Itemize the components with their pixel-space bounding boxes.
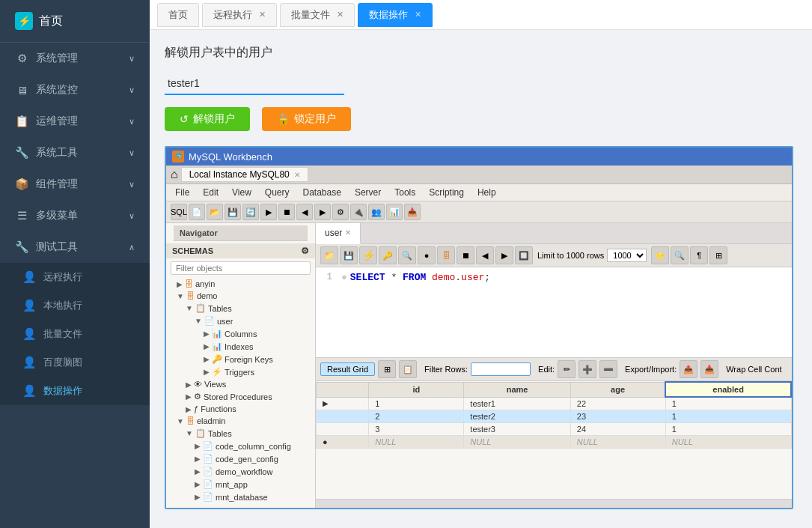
wb-run2-btn[interactable]: 🔑 — [379, 246, 397, 264]
sidebar-item-remote-exec[interactable]: 👤 远程执行 — [0, 263, 150, 291]
wb-scrollbar[interactable] — [316, 499, 792, 508]
wb-table-mnt-db[interactable]: ▶ 📄 mnt_database — [166, 491, 315, 503]
sidebar-item-local-exec[interactable]: 👤 本地执行 — [0, 291, 150, 320]
wb-db2-btn[interactable]: 🗄 — [437, 246, 455, 264]
tab-batch-close[interactable]: ✕ — [337, 10, 344, 19]
sidebar-item-sys-tools[interactable]: 🔧 系统工具 ∨ — [0, 137, 150, 169]
wb-export-btn1[interactable]: 📤 — [680, 360, 697, 378]
wb-filter-rows-input[interactable] — [471, 362, 531, 376]
wb-tool-monitor[interactable]: 📊 — [386, 204, 403, 220]
wb-stop-btn[interactable]: ⏹ — [457, 246, 474, 264]
wb-form-view-btn[interactable]: 📋 — [399, 360, 417, 378]
wb-bookmark-btn[interactable]: 🔲 — [515, 246, 533, 264]
wb-tool-save[interactable]: 💾 — [225, 204, 241, 220]
lock-button[interactable]: 🔒 锁定用户 — [262, 107, 351, 131]
tab-home[interactable]: 首页 — [157, 3, 199, 27]
table-row[interactable]: ▶ 1 tester1 22 1 — [317, 397, 792, 410]
wb-func-folder[interactable]: ▶ ƒ Functions — [166, 403, 315, 415]
wb-tables-folder[interactable]: ▼ 📋 Tables — [166, 302, 315, 315]
wb-col-name[interactable]: name — [464, 382, 571, 397]
wb-db-eladmin[interactable]: ▼ 🗄 eladmin — [166, 415, 315, 427]
sidebar-item-comp-mgmt[interactable]: 📦 组件管理 ∨ — [0, 169, 150, 200]
wb-result-grid-btn[interactable]: Result Grid — [320, 362, 375, 376]
wb-query-tab-close[interactable]: ✕ — [345, 228, 351, 237]
sidebar-item-sys-mgmt[interactable]: ⚙ 系统管理 ∨ — [0, 43, 150, 74]
wb-tool-users[interactable]: 👥 — [368, 204, 385, 220]
wb-db-demo[interactable]: ▼ 🗄 demo — [166, 290, 315, 302]
wb-menu-server[interactable]: Server — [349, 186, 387, 199]
wb-tool-schema[interactable]: 🔌 — [350, 204, 367, 220]
sidebar-item-batch-file[interactable]: 👤 批量文件 — [0, 320, 150, 348]
wb-edit-btn1[interactable]: ✏ — [558, 360, 576, 378]
tab-data-ops[interactable]: 数据操作 ✕ — [358, 3, 433, 27]
wb-columns-folder[interactable]: ▶ 📊 Columns — [166, 327, 315, 340]
wb-new-btn[interactable]: 📁 — [320, 246, 338, 264]
wb-menu-tools[interactable]: Tools — [388, 186, 421, 199]
wb-menu-query[interactable]: Query — [259, 186, 296, 199]
wb-conn-close[interactable]: ✕ — [294, 171, 300, 179]
wb-table-demo-wf[interactable]: ▶ 📄 demo_workflow — [166, 465, 315, 478]
wb-table-user[interactable]: ▼ 📄 user — [166, 315, 315, 327]
wb-limit-select[interactable]: 1000 500 200 — [607, 249, 647, 262]
wb-tool-open[interactable]: 📂 — [207, 204, 223, 220]
wb-indexes-folder[interactable]: ▶ 📊 Indexes — [166, 340, 315, 353]
wb-menu-database[interactable]: Database — [297, 186, 347, 199]
wb-col-age[interactable]: age — [570, 382, 665, 397]
wb-triggers-folder[interactable]: ▶ ⚡ Triggers — [166, 365, 315, 378]
wb-tool-prev[interactable]: ◀ — [296, 204, 313, 220]
wb-edit-btn2[interactable]: ➕ — [579, 360, 596, 378]
sidebar-item-ops-mgmt[interactable]: 📋 运维管理 ∨ — [0, 106, 150, 137]
wb-col-enabled[interactable]: enabled — [665, 382, 791, 397]
wb-db-anyin[interactable]: ▶ 🗄 anyin — [166, 278, 315, 290]
wb-sql-code[interactable]: SELECT * FROM demo.user; — [350, 272, 490, 353]
table-row[interactable]: 3 tester3 24 1 — [317, 423, 792, 436]
wb-tool-import[interactable]: 📥 — [404, 204, 421, 220]
wb-commit-btn[interactable]: ● — [418, 246, 436, 264]
wb-table-code-col[interactable]: ▶ 📄 code_column_config — [166, 440, 315, 452]
wb-star-btn[interactable]: ⭐ — [651, 246, 669, 264]
wb-menu-view[interactable]: View — [226, 186, 257, 199]
wb-tool-sql[interactable]: SQL — [171, 204, 187, 220]
wb-menu-edit[interactable]: Edit — [197, 186, 225, 199]
sidebar-item-baidu-map[interactable]: 👤 百度脑图 — [0, 348, 150, 377]
username-input[interactable] — [165, 73, 344, 95]
wb-find-btn[interactable]: 🔍 — [671, 246, 689, 264]
wb-views-folder[interactable]: ▶ 👁 Views — [166, 378, 315, 390]
wb-tool-exec[interactable]: ▶ — [260, 204, 277, 220]
wb-expand-btn[interactable]: ⊞ — [709, 246, 727, 264]
tab-remote-exec[interactable]: 远程执行 ✕ — [202, 3, 277, 27]
wb-grid-view-btn[interactable]: ⊞ — [378, 360, 396, 378]
wb-tool-settings[interactable]: ⚙ — [332, 204, 349, 220]
wb-save-btn[interactable]: 💾 — [340, 246, 358, 264]
sidebar-item-test-tools[interactable]: 🔧 测试工具 ∧ — [0, 231, 150, 263]
wb-menu-help[interactable]: Help — [471, 186, 502, 199]
tab-batch-file[interactable]: 批量文件 ✕ — [280, 3, 355, 27]
sidebar-item-data-ops[interactable]: 👤 数据操作 — [0, 377, 150, 405]
wb-table-code-gen[interactable]: ▶ 📄 code_gen_config — [166, 452, 315, 465]
wb-next-btn[interactable]: ▶ — [495, 246, 513, 264]
wb-format-btn[interactable]: ¶ — [690, 246, 708, 264]
tab-remote-close[interactable]: ✕ — [259, 10, 266, 19]
wb-search-btn[interactable]: 🔍 — [398, 246, 416, 264]
wb-sp-folder[interactable]: ▶ ⚙ Stored Procedures — [166, 390, 315, 403]
wb-query-tab-user[interactable]: user ✕ — [316, 223, 361, 244]
unlock-button[interactable]: ↺ 解锁用户 — [165, 107, 250, 131]
tab-data-close[interactable]: ✕ — [415, 10, 421, 19]
wb-conn-tab[interactable]: Local Instance MySQL80 ✕ — [181, 167, 308, 182]
wb-edit-btn3[interactable]: ➖ — [599, 360, 617, 378]
wb-tool-new[interactable]: 📄 — [189, 204, 205, 220]
wb-schemas-settings[interactable]: ⚙ — [301, 246, 309, 256]
wb-menu-file[interactable]: File — [169, 186, 195, 199]
wb-fk-folder[interactable]: ▶ 🔑 Foreign Keys — [166, 353, 315, 365]
sidebar-item-multi-menu[interactable]: ☰ 多级菜单 ∨ — [0, 200, 150, 231]
wb-tool-next[interactable]: ▶ — [314, 204, 331, 220]
wb-menu-scripting[interactable]: Scripting — [423, 186, 470, 199]
wb-tool-refresh[interactable]: 🔄 — [242, 204, 259, 220]
wb-tool-stop[interactable]: ⏹ — [278, 204, 295, 220]
table-row[interactable]: 2 tester2 23 1 — [317, 410, 792, 423]
wb-home-icon[interactable]: ⌂ — [171, 168, 178, 181]
wb-col-id[interactable]: id — [369, 382, 464, 397]
table-row[interactable]: ● NULL NULL NULL NULL — [317, 436, 792, 449]
wb-run-btn[interactable]: ⚡ — [359, 246, 377, 264]
wb-prev-btn[interactable]: ◀ — [476, 246, 494, 264]
